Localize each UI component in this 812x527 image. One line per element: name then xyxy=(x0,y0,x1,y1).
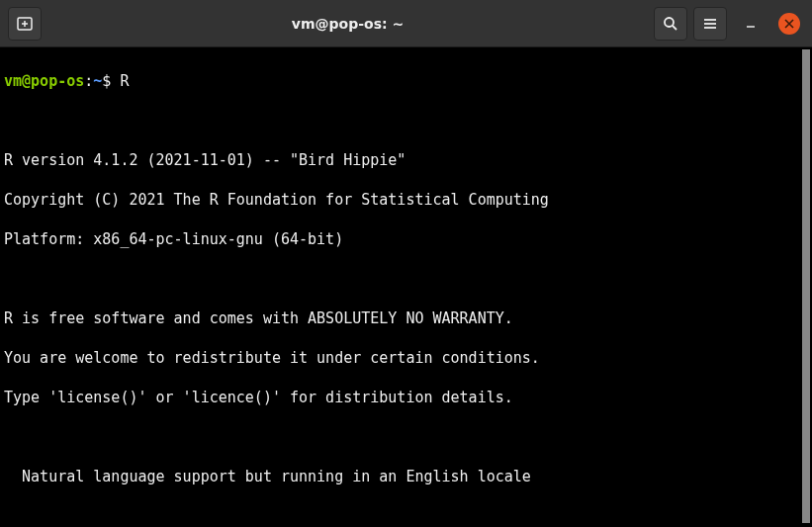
prompt-path: ~ xyxy=(93,72,102,90)
output-line: Copyright (C) 2021 The R Foundation for … xyxy=(4,190,808,210)
close-icon xyxy=(784,19,794,29)
output-line xyxy=(4,111,808,131)
menu-button[interactable] xyxy=(693,7,727,41)
output-line xyxy=(4,506,808,526)
output-line xyxy=(4,269,808,289)
svg-line-4 xyxy=(673,26,677,30)
window-title: vm@pop-os: ~ xyxy=(47,16,648,32)
prompt-colon: : xyxy=(84,72,93,90)
scrollbar[interactable] xyxy=(802,49,810,523)
minimize-button[interactable] xyxy=(739,12,763,36)
new-tab-button[interactable] xyxy=(8,7,42,41)
search-button[interactable] xyxy=(654,7,687,41)
close-button[interactable] xyxy=(778,13,800,35)
svg-point-3 xyxy=(665,18,674,27)
output-line: R is free software and comes with ABSOLU… xyxy=(4,308,808,328)
new-tab-icon xyxy=(16,15,34,33)
minimize-icon xyxy=(745,18,757,30)
search-icon xyxy=(663,16,678,32)
output-line: Platform: x86_64-pc-linux-gnu (64-bit) xyxy=(4,229,808,249)
prompt-user-host: vm@pop-os xyxy=(4,72,84,90)
prompt-dollar: $ xyxy=(102,72,120,90)
entered-command: R xyxy=(120,72,129,90)
prompt-line: vm@pop-os:~$ R xyxy=(4,71,808,91)
output-line: You are welcome to redistribute it under… xyxy=(4,348,808,368)
output-line xyxy=(4,427,808,447)
terminal-body[interactable]: vm@pop-os:~$ R R version 4.1.2 (2021-11-… xyxy=(0,47,812,527)
output-line: R version 4.1.2 (2021-11-01) -- "Bird Hi… xyxy=(4,150,808,170)
hamburger-icon xyxy=(702,16,718,32)
titlebar: vm@pop-os: ~ xyxy=(0,0,812,47)
output-line: Type 'license()' or 'licence()' for dist… xyxy=(4,388,808,407)
output-line: Natural language support but running in … xyxy=(4,467,808,486)
